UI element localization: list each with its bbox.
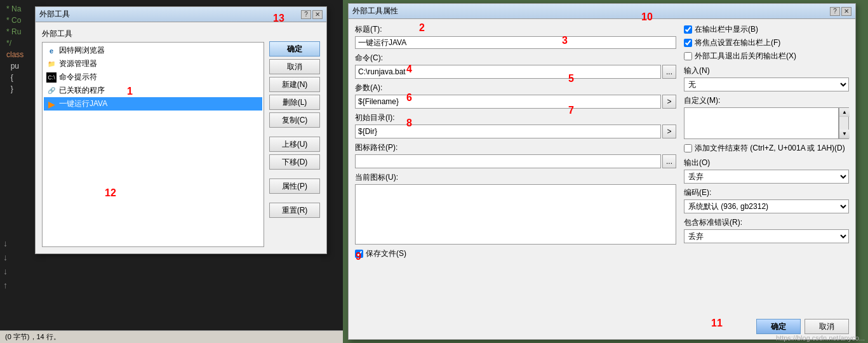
show-in-output-checkbox[interactable] (684, 25, 692, 34)
props-main-section: 标题(T): 命令(C): ... 参数(A): > (355, 24, 676, 334)
params-input[interactable] (355, 95, 661, 109)
output-field-group: 输出(O) 丢弃 (684, 158, 849, 184)
initdir-browse-button[interactable]: > (662, 124, 676, 138)
tool-item-label: 已关联的程序 (59, 85, 105, 96)
tool-item-cmd[interactable]: C:\ 命令提示符 (44, 71, 262, 84)
dialog-title-left: 外部工具 (39, 9, 70, 20)
focus-output-checkbox[interactable] (684, 39, 692, 47)
input-field-label: 输入(N) (684, 65, 849, 76)
stderr-select[interactable]: 丢弃 (684, 229, 849, 243)
copy-button[interactable]: 复制(C) (269, 112, 320, 128)
ie-icon: e (46, 46, 57, 56)
stderr-field-group: 包含标准错误(R): 丢弃 (684, 217, 849, 243)
save-files-checkbox[interactable] (355, 250, 363, 258)
title-input[interactable] (355, 36, 676, 49)
tool-props-dialog: 外部工具属性 ? ✕ 标题(T): 命令(C): ... 参数(A) (348, 3, 856, 340)
editor-arrows: ↓↓↓↑ (3, 236, 8, 292)
show-in-output-label: 在输出栏中显示(B) (695, 24, 758, 35)
folder-icon: 📁 (46, 59, 57, 69)
encoding-select[interactable]: 系统默认 (936, gb2312) (684, 199, 849, 213)
dialog-content-left: 外部工具 e 因特网浏览器 📁 资源管理器 C:\ 命令提示符 🔗 已关联的程序 (36, 22, 326, 253)
display-checkboxes: 在输出栏中显示(B) 将焦点设置在输出栏上(F) 外部工具退出后关闭输出栏(X) (684, 24, 849, 62)
props-button[interactable]: 属性(P) (269, 178, 320, 194)
scroll-up[interactable]: ▲ (839, 108, 850, 117)
focus-output-label: 将焦点设置在输出栏上(F) (695, 37, 780, 48)
watermark: https://blog.csdn.net/anyco... (776, 334, 865, 342)
custom-textarea-area: ▲ ▼ (684, 107, 849, 139)
save-files-label: 保存文件(S) (366, 248, 406, 259)
params-field-label: 参数(A): (355, 83, 676, 93)
scroll-down[interactable]: ▼ (839, 130, 850, 138)
stderr-field-label: 包含标准错误(R): (684, 217, 849, 228)
reset-button[interactable]: 重置(R) (269, 203, 320, 218)
command-browse-button[interactable]: ... (662, 65, 676, 79)
current-icon-area (355, 184, 676, 245)
iconpath-input[interactable] (355, 154, 661, 168)
save-files-checkbox-item: 保存文件(S) (355, 248, 676, 259)
tool-item-label: 一键运行JAVA (59, 98, 107, 109)
tool-item-label: 资源管理器 (59, 58, 97, 69)
input-field-group: 输入(N) 无 (684, 65, 849, 91)
custom-field-group: 自定义(M): ▲ ▼ (684, 95, 849, 139)
dialog-title-buttons: ? ✕ (301, 10, 323, 19)
add-file-end-checkbox[interactable] (684, 144, 692, 152)
help-button-left[interactable]: ? (301, 10, 311, 19)
iconpath-field-group: 图标路径(P): ... (355, 142, 676, 168)
encoding-field-group: 编码(E): 系统默认 (936, gb2312) (684, 187, 849, 213)
initdir-input[interactable] (355, 124, 661, 138)
tool-list-area: 外部工具 e 因特网浏览器 📁 资源管理器 C:\ 命令提示符 🔗 已关联的程序 (42, 29, 264, 247)
dialog-title-buttons-right: ? ✕ (830, 7, 851, 16)
params-field-row: > (355, 95, 676, 109)
tool-item-browser[interactable]: e 因特网浏览器 (44, 44, 262, 57)
new-button[interactable]: 新建(N) (269, 77, 320, 92)
show-in-output-item: 在输出栏中显示(B) (684, 24, 849, 35)
initdir-field-group: 初始目录(I): > (355, 112, 676, 138)
link-icon: 🔗 (46, 86, 57, 96)
custom-field-label: 自定义(M): (684, 95, 849, 106)
close-output-item: 外部工具退出后关闭输出栏(X) (684, 51, 849, 62)
move-up-button[interactable]: 上移(U) (269, 137, 320, 152)
initdir-field-row: > (355, 124, 676, 138)
bottom-buttons: 确定 取消 (684, 316, 849, 334)
command-field-label: 命令(C): (355, 53, 676, 64)
close-button-left[interactable]: ✕ (312, 10, 323, 19)
add-file-end-item: 添加文件结束符 (Ctrl+Z, U+001A 或 1AH)(D) (684, 143, 849, 154)
close-output-checkbox[interactable] (684, 52, 692, 60)
tool-item-associated[interactable]: 🔗 已关联的程序 (44, 84, 262, 97)
ok-button-right[interactable]: 确定 (756, 319, 801, 334)
custom-textarea[interactable] (684, 107, 839, 139)
tool-item-label: 因特网浏览器 (59, 45, 105, 56)
output-field-label: 输出(O) (684, 158, 849, 168)
help-button-right[interactable]: ? (830, 7, 840, 16)
dialog-title-right: 外部工具属性 (352, 6, 398, 17)
move-down-button[interactable]: 下移(D) (269, 154, 320, 170)
tool-list-label: 外部工具 (42, 29, 264, 39)
cancel-button-right[interactable]: 取消 (805, 319, 849, 334)
tool-button-column: 确定 取消 新建(N) 删除(L) 复制(C) 上移(U) 下移(D) 属性(P… (269, 29, 320, 247)
custom-scrollbar: ▲ ▼ (839, 107, 849, 139)
props-right-section: 在输出栏中显示(B) 将焦点设置在输出栏上(F) 外部工具退出后关闭输出栏(X)… (684, 24, 849, 334)
tool-list[interactable]: e 因特网浏览器 📁 资源管理器 C:\ 命令提示符 🔗 已关联的程序 ▶ (42, 42, 264, 247)
params-field-group: 参数(A): > (355, 83, 676, 109)
params-browse-button[interactable]: > (662, 95, 676, 109)
cancel-button-left[interactable]: 取消 (269, 59, 320, 74)
tool-item-runjava[interactable]: ▶ 一键运行JAVA (44, 97, 262, 111)
status-bar: (0 字节)，14 行。 (0, 330, 343, 343)
iconpath-browse-button[interactable]: ... (662, 154, 676, 168)
focus-output-item: 将焦点设置在输出栏上(F) (684, 37, 849, 48)
close-button-right[interactable]: ✕ (841, 7, 851, 16)
encoding-field-label: 编码(E): (684, 187, 849, 198)
tool-item-explorer[interactable]: 📁 资源管理器 (44, 57, 262, 71)
ok-button-left[interactable]: 确定 (269, 41, 320, 57)
delete-button[interactable]: 删除(L) (269, 95, 320, 110)
cmd-icon: C:\ (46, 72, 57, 83)
current-icon-label: 当前图标(U): (355, 172, 676, 183)
title-field-label: 标题(T): (355, 24, 676, 35)
input-select[interactable]: 无 (684, 77, 849, 91)
add-file-end-label: 添加文件结束符 (Ctrl+Z, U+001A 或 1AH)(D) (695, 143, 845, 154)
output-select[interactable]: 丢弃 (684, 170, 849, 184)
iconpath-field-row: ... (355, 154, 676, 168)
title-field-group: 标题(T): (355, 24, 676, 49)
command-input[interactable] (355, 65, 661, 79)
initdir-field-label: 初始目录(I): (355, 112, 676, 123)
